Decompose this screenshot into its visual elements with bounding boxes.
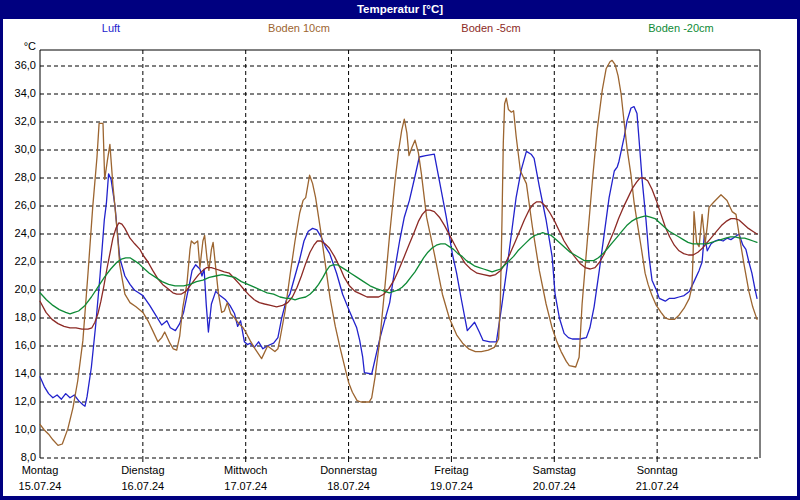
x-date-label: 18.07.24	[304, 480, 394, 493]
x-date-label: 19.07.24	[406, 480, 496, 493]
y-tick-label: 28,0	[2, 171, 36, 184]
legend-item-4: Boden -20cm	[648, 22, 713, 35]
plot-border	[40, 50, 760, 458]
x-date-label: 16.07.24	[98, 480, 188, 493]
y-tick-label: 32,0	[2, 115, 36, 128]
y-tick-label: 18,0	[2, 311, 36, 324]
x-day-label: Mittwoch	[201, 464, 291, 477]
x-day-label: Freitag	[406, 464, 496, 477]
y-tick-label: 8,0	[2, 451, 36, 464]
y-tick-label: 34,0	[2, 87, 36, 100]
x-day-label: Donnerstag	[304, 464, 394, 477]
y-tick-label: 30,0	[2, 143, 36, 156]
x-day-label: Sonntag	[612, 464, 702, 477]
y-tick-label: 20,0	[2, 283, 36, 296]
y-tick-label: 16,0	[2, 339, 36, 352]
x-date-label: 17.07.24	[201, 480, 291, 493]
x-date-label: 20.07.24	[509, 480, 599, 493]
y-tick-label: 24,0	[2, 227, 36, 240]
y-tick-label: 12,0	[2, 395, 36, 408]
series-line-boden-5cm	[40, 178, 757, 329]
y-tick-label: 22,0	[2, 255, 36, 268]
x-day-label: Montag	[0, 464, 85, 477]
series-line-boden-10cm	[40, 60, 757, 445]
y-tick-label: 26,0	[2, 199, 36, 212]
legend-item-3: Boden -5cm	[461, 22, 520, 35]
y-axis-unit: °C	[2, 40, 36, 53]
x-day-label: Samstag	[509, 464, 599, 477]
legend-item-1: Luft	[102, 22, 120, 35]
x-date-label: 15.07.24	[0, 480, 85, 493]
x-date-label: 21.07.24	[612, 480, 702, 493]
y-tick-label: 36,0	[2, 59, 36, 72]
legend-item-2: Boden 10cm	[268, 22, 330, 35]
x-day-label: Dienstag	[98, 464, 188, 477]
y-tick-label: 14,0	[2, 367, 36, 380]
app-window: Temperatur [°C] °C36,034,032,030,028,026…	[0, 0, 800, 500]
y-tick-label: 10,0	[2, 423, 36, 436]
temperature-chart	[0, 0, 800, 500]
